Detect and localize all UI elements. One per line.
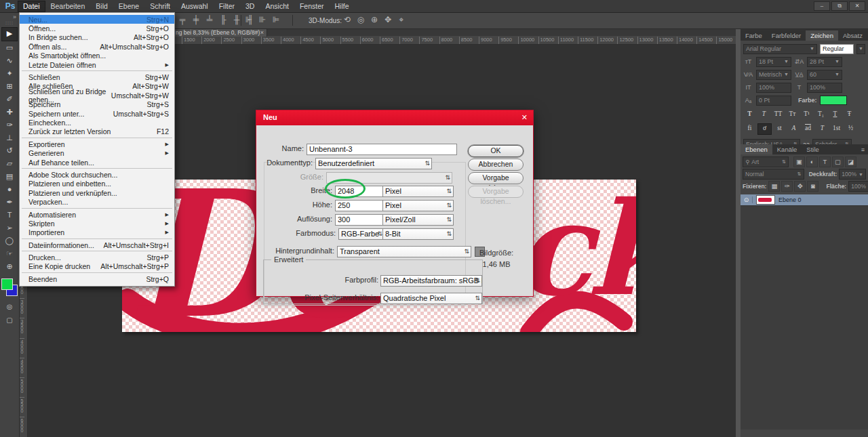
align-horizontal-centers-icon[interactable]: ╫ <box>232 14 241 26</box>
menu-exit[interactable]: BeendenStrg+Q <box>20 274 174 283</box>
subscript-button[interactable]: T₁ <box>814 109 827 119</box>
crop-tool[interactable]: ⊞ <box>2 80 17 93</box>
3d-drag-icon[interactable]: ⊕ <box>370 14 379 26</box>
pixel-aspect-select[interactable]: Quadratische Pixel⇅ <box>380 293 482 304</box>
menu-place-linked[interactable]: Platzieren und verknüpfen... <box>20 188 174 197</box>
menubar-item-ebene[interactable]: Ebene <box>113 1 144 12</box>
stylistic-alternates-button[interactable]: ad <box>802 123 814 133</box>
gradient-tool[interactable]: ▤ <box>2 170 17 183</box>
menu-import[interactable]: Importieren▶ <box>20 228 174 237</box>
name-input[interactable]: Unbenannt-3 <box>307 144 457 155</box>
panel-tab-zeichen[interactable]: Zeichen <box>806 30 838 41</box>
dialog-titlebar[interactable]: Neu ✕ <box>256 110 533 125</box>
fractions-button[interactable]: ½ <box>844 123 857 133</box>
layer-row[interactable]: ⊙ Ebene 0 <box>741 194 868 205</box>
menubar-item-datei[interactable]: Datei <box>18 1 45 12</box>
font-size-select[interactable]: 18 Pt▼ <box>756 57 791 67</box>
distribute-right-icon[interactable]: ⊫ <box>271 14 281 26</box>
menu-open-smart-object[interactable]: Als Smartobjekt öffnen... <box>20 51 174 60</box>
faux-italic-button[interactable]: T <box>757 109 770 119</box>
resolution-unit-select[interactable]: Pixel/Zoll⇅ <box>382 214 454 226</box>
distribute-left-icon[interactable]: ⊩ <box>244 14 254 26</box>
lasso-tool[interactable]: ∿ <box>2 54 17 67</box>
leading-select[interactable]: 28 Pt▼ <box>807 57 842 67</box>
lock-image-pixels-icon[interactable]: ✑ <box>781 181 793 192</box>
kerning-select[interactable]: Metrisch▼ <box>756 70 791 80</box>
3d-slide-icon[interactable]: ✥ <box>383 14 393 26</box>
underline-button[interactable]: T <box>829 109 842 119</box>
clone-stamp-tool[interactable]: ⊥ <box>2 131 17 144</box>
contextual-alternates-button[interactable]: ơ <box>757 123 772 135</box>
menu-export[interactable]: Exportieren▶ <box>20 140 174 148</box>
vertical-scale-field[interactable]: 100% <box>756 83 791 93</box>
panel-tab-farbfelder[interactable]: Farbfelder <box>767 30 806 41</box>
minimize-button[interactable]: – <box>814 1 830 11</box>
opacity-field[interactable]: 100%▼ <box>839 169 866 180</box>
distribute-center-icon[interactable]: ⊪ <box>258 14 267 26</box>
menubar-item-bearbeiten[interactable]: Bearbeiten <box>45 1 91 12</box>
history-brush-tool[interactable]: ↺ <box>2 144 17 157</box>
color-profile-select[interactable]: RGB-Arbeitsfarbraum: sRGB IEC619...⇅ <box>380 275 482 287</box>
resolution-input[interactable]: 300 <box>335 214 385 226</box>
filter-adjustment-layers-icon[interactable]: ◐ <box>806 157 818 167</box>
dialog-close-icon[interactable]: ✕ <box>521 113 528 122</box>
menu-close-go-bridge[interactable]: Schließen und zu Bridge gehen...Umschalt… <box>20 91 174 100</box>
height-unit-select[interactable]: Pixel⇅ <box>382 200 454 211</box>
quick-mask-button[interactable]: ◎ <box>2 301 17 312</box>
dock-divider[interactable] <box>736 28 741 437</box>
strikethrough-button[interactable]: Ŧ <box>843 109 856 119</box>
text-color-swatch[interactable] <box>820 96 847 105</box>
faux-bold-button[interactable]: T <box>743 109 756 119</box>
panel-tab-kanäle[interactable]: Kanäle <box>772 144 802 154</box>
blur-tool[interactable]: ● <box>2 183 17 196</box>
panel-menu-icon[interactable]: ≡ <box>858 145 868 154</box>
menubar-item-fenster[interactable]: Fenster <box>294 1 330 12</box>
panel-tab-ebenen[interactable]: Ebenen <box>741 144 772 154</box>
panel-tab-farbe[interactable]: Farbe <box>741 30 767 41</box>
menu-generate[interactable]: Generieren▶ <box>20 148 174 157</box>
cancel-button[interactable]: Abbrechen <box>468 159 524 171</box>
eraser-tool[interactable]: ▱ <box>2 157 17 170</box>
3d-rotate-icon[interactable]: ⟲ <box>342 14 352 26</box>
filter-pixel-layers-icon[interactable]: ▣ <box>793 157 805 167</box>
3d-roll-icon[interactable]: ◎ <box>356 14 366 26</box>
menu-file-info[interactable]: Dateiinformationen...Alt+Umschalt+Strg+I <box>20 241 174 249</box>
ligatures-button[interactable]: fi <box>743 123 756 133</box>
align-top-edges-icon[interactable]: ╤ <box>178 14 187 26</box>
lock-transparent-pixels-icon[interactable]: ▦ <box>768 181 780 192</box>
horizontal-scale-field[interactable]: 100% <box>807 83 842 93</box>
bit-depth-select[interactable]: 8-Bit⇅ <box>382 228 454 240</box>
layer-visibility-eye-icon[interactable]: ⊙ <box>741 196 753 203</box>
menu-scripts[interactable]: Skripten▶ <box>20 219 174 228</box>
align-left-edges-icon[interactable]: ╟ <box>218 14 228 26</box>
menubar-item-auswahl[interactable]: Auswahl <box>176 1 214 12</box>
menu-browse-bridge[interactable]: In Bridge suchen...Alt+Strg+O <box>20 33 174 42</box>
menu-share-behance[interactable]: Auf Behance teilen... <box>20 158 174 167</box>
height-input[interactable]: 250 <box>335 200 385 211</box>
menu-place-embedded[interactable]: Platzieren und einbetten... <box>20 180 174 188</box>
hand-tool[interactable]: ☞ <box>2 247 17 260</box>
shape-tool[interactable]: ◯ <box>2 234 17 247</box>
panel-tab-absatz[interactable]: Absatz <box>838 30 867 41</box>
panel-tab-stile[interactable]: Stile <box>802 144 823 154</box>
all-caps-button[interactable]: TT <box>772 109 785 119</box>
menubar-item-3d[interactable]: 3D <box>240 1 260 12</box>
titling-alternates-button[interactable]: T <box>816 123 829 133</box>
path-selection-tool[interactable]: ➢ <box>2 222 17 234</box>
font-family-select[interactable]: Arial Regular▼ <box>743 44 817 54</box>
restore-button[interactable]: ⧉ <box>831 1 848 11</box>
3d-scale-icon[interactable]: ⌖ <box>397 14 406 26</box>
small-caps-button[interactable]: Tᴛ <box>786 109 799 119</box>
menu-print-one-copy[interactable]: Eine Kopie druckenAlt+Umschalt+Strg+P <box>20 262 174 271</box>
baseline-shift-field[interactable]: 0 Pt <box>756 96 791 106</box>
close-button[interactable]: ✕ <box>849 1 865 11</box>
menu-close[interactable]: SchließenStrg+W <box>20 72 174 81</box>
collapse-panel-icon[interactable]: » <box>0 12 19 20</box>
menu-open-as[interactable]: Öffnen als...Alt+Umschalt+Strg+O <box>20 42 174 51</box>
layer-filter-select[interactable]: ⚲ Art⇅ <box>743 157 789 167</box>
zoom-tool[interactable]: ⊕ <box>2 260 17 273</box>
menu-new[interactable]: Neu...Strg+N <box>20 15 174 24</box>
menu-open[interactable]: Öffnen...Strg+O <box>20 24 174 33</box>
menu-save-as[interactable]: Speichern unter...Umschalt+Strg+S <box>20 109 174 118</box>
pen-tool[interactable]: ✒ <box>2 196 17 209</box>
